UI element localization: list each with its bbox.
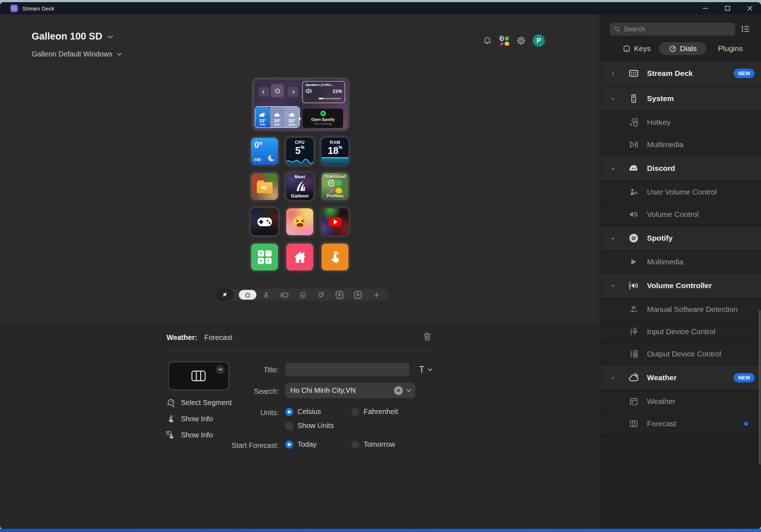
- zero-page-icon: 0: [336, 291, 343, 299]
- stream-deck-app-icon: [10, 5, 18, 12]
- deck-key-weather[interactable]: 0° FRI: [251, 138, 278, 165]
- start-tomorrow-radio[interactable]: Tomorrow: [351, 440, 418, 449]
- marketplace-icon: [328, 180, 342, 194]
- output-device-icon: [625, 349, 642, 359]
- forecast-segment-sat[interactable]: 34° SAT: [270, 107, 285, 127]
- sidebar-action-forecast[interactable]: Forecast: [600, 413, 761, 435]
- sidebar-action-system-multimedia[interactable]: Multimedia: [600, 134, 761, 156]
- units-celsius-radio[interactable]: Celsius: [285, 408, 351, 416]
- sidebar-action-weather[interactable]: Weather: [600, 391, 761, 413]
- sidebar-section-system[interactable]: System: [600, 86, 761, 112]
- device-spotify-panel[interactable]: Open Spotify Not running: [303, 109, 343, 128]
- page-tab-twitch[interactable]: [318, 291, 324, 298]
- checkbox-unchecked-icon: [285, 422, 293, 430]
- sidebar-section-weather[interactable]: Weather NEW: [600, 365, 761, 391]
- sidebar-scrollbar[interactable]: [759, 310, 761, 465]
- clear-search-button[interactable]: ✕: [394, 386, 403, 395]
- radio-unselected-icon: [351, 441, 359, 449]
- page-tab-zero-2[interactable]: 0: [354, 291, 362, 299]
- action-label: Hotkey: [647, 118, 670, 127]
- show-info-press-option[interactable]: Show Info: [165, 427, 232, 443]
- action-label: Input Device Control: [647, 327, 715, 336]
- start-today-radio[interactable]: Today: [285, 440, 351, 449]
- profile-selector[interactable]: Galleon Default Windows: [32, 50, 120, 58]
- window-title: Stream Deck: [22, 5, 54, 12]
- device-speakers-panel[interactable]: Speakers (CORS... 21%: [302, 81, 345, 103]
- close-button[interactable]: [739, 2, 761, 14]
- delete-action-button[interactable]: [423, 332, 432, 341]
- dial-icon: [669, 45, 677, 53]
- deck-key-download-profiles[interactable]: Download Profiles: [322, 173, 348, 200]
- key-download-top-label: Download: [322, 174, 348, 179]
- chevron-down-icon: [107, 33, 113, 39]
- option-label: Show Info: [181, 415, 213, 423]
- page-tab-home-active[interactable]: [239, 290, 256, 300]
- sidebar-action-user-volume-control[interactable]: User Volume Control: [600, 181, 761, 204]
- sidebar-section-discord[interactable]: Discord: [600, 156, 761, 181]
- forecast-segment-fri[interactable]: 33° FRI: [255, 107, 270, 127]
- location-search-input[interactable]: [285, 386, 394, 395]
- account-avatar[interactable]: P: [533, 35, 545, 47]
- deck-key-youtube[interactable]: [322, 208, 348, 235]
- sidebar-section-stream-deck[interactable]: Stream Deck NEW: [600, 61, 761, 86]
- section-label: System: [647, 94, 674, 103]
- key-meet-bottom-label: Galleon: [286, 193, 313, 199]
- title-input[interactable]: [285, 363, 409, 376]
- device-selector[interactable]: Galleon 100 SD: [32, 31, 111, 42]
- device-nav-left-key[interactable]: [259, 87, 269, 97]
- deck-key-touch[interactable]: [322, 244, 348, 270]
- pinned-page-button[interactable]: [215, 289, 234, 301]
- sidebar-action-output-device-control[interactable]: Output Device Control: [600, 343, 761, 365]
- maximize-button[interactable]: [716, 2, 739, 14]
- tab-dials[interactable]: Dials: [659, 42, 706, 55]
- action-label: User Volume Control: [647, 188, 717, 196]
- sidebar-action-input-device-control[interactable]: Input Device Control: [600, 321, 761, 343]
- units-fahrenheit-radio[interactable]: Fahrenheit: [351, 408, 418, 416]
- show-units-checkbox[interactable]: Show Units: [285, 422, 351, 430]
- deck-key-cpu[interactable]: CPU 5%: [286, 138, 313, 165]
- sidebar-section-spotify[interactable]: Spotify: [600, 226, 761, 251]
- deck-key-sound-folder[interactable]: [251, 173, 278, 200]
- device-weather-strip[interactable]: 33° FRI 34° SAT: [255, 106, 300, 128]
- deck-key-calculator[interactable]: + − × =: [251, 244, 278, 270]
- forecast-segment-sun[interactable]: 33° SUN: [284, 107, 299, 127]
- sidebar-action-volume-control[interactable]: Volume Control: [600, 204, 761, 226]
- deck-key-emoji[interactable]: [286, 208, 313, 235]
- list-view-button[interactable]: [741, 24, 750, 34]
- deck-key-games[interactable]: [251, 208, 278, 235]
- actions-search-field[interactable]: [610, 23, 735, 36]
- page-tab-emoji[interactable]: [300, 291, 306, 298]
- weather-icon: [625, 372, 642, 383]
- marketplace-button[interactable]: [499, 35, 510, 46]
- forecast-columns-icon: [625, 419, 642, 429]
- notifications-button[interactable]: [482, 35, 493, 46]
- forecast-temp: 33°: [259, 118, 266, 123]
- sidebar-section-volume-controller[interactable]: Volume Controller: [600, 273, 761, 299]
- play-icon: [625, 257, 642, 267]
- key-cpu-value: 5: [295, 145, 301, 156]
- tab-keys[interactable]: Keys: [617, 42, 656, 55]
- deck-key-home[interactable]: [286, 244, 313, 270]
- location-search-field[interactable]: ✕: [285, 383, 415, 398]
- page-tab-touch[interactable]: [263, 291, 270, 298]
- page-tab-zero-1[interactable]: 0: [336, 291, 343, 299]
- actions-search-input[interactable]: [624, 25, 735, 33]
- volume-sliders-icon: [625, 209, 642, 219]
- page-tab-games[interactable]: [281, 292, 288, 298]
- deck-key-ram[interactable]: RAM 18%: [322, 138, 348, 165]
- deck-key-meet-galleon[interactable]: Meet Galleon: [286, 173, 313, 200]
- device-nav-home-key[interactable]: [271, 84, 284, 97]
- sidebar-action-hotkey[interactable]: Hotkey: [600, 112, 761, 134]
- minimize-button[interactable]: [694, 2, 716, 14]
- tab-plugins[interactable]: Plugins: [712, 42, 748, 55]
- hotkey-icon: [625, 117, 642, 127]
- sidebar-action-manual-software-detection[interactable]: Manual Software Detection: [600, 299, 761, 321]
- profile-canvas: Galleon 100 SD Galleon Default Windows: [0, 14, 600, 325]
- search-icon: [614, 26, 621, 33]
- key-icon: [623, 45, 631, 53]
- sidebar-action-spotify-multimedia[interactable]: Multimedia: [600, 251, 761, 273]
- text-style-button[interactable]: T: [419, 363, 431, 376]
- settings-button[interactable]: [516, 35, 527, 46]
- add-page-button[interactable]: [373, 292, 380, 298]
- device-nav-right-key[interactable]: [288, 87, 298, 97]
